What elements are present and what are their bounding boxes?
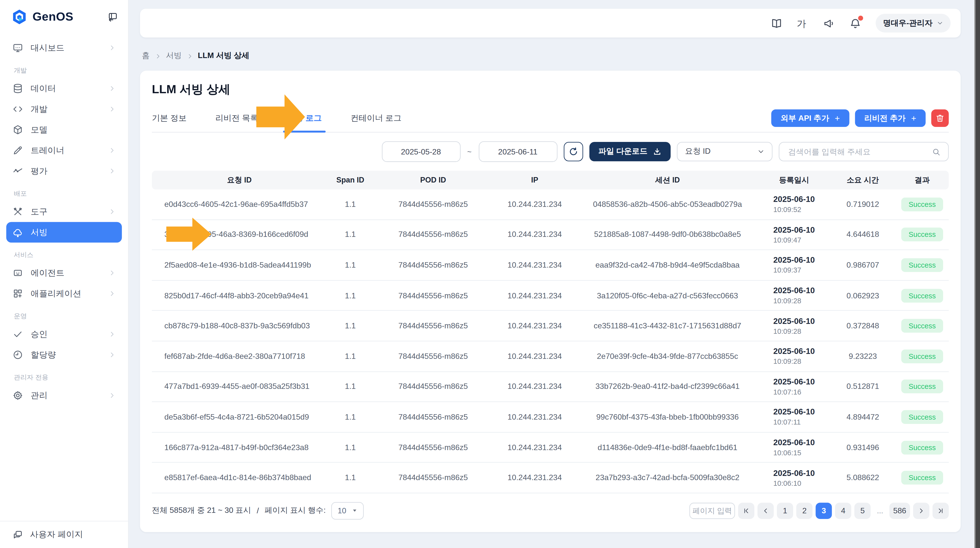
sidebar-item[interactable]: 데이터 — [6, 78, 122, 99]
chevron-right-icon — [187, 53, 193, 59]
search-input[interactable] — [787, 147, 927, 157]
last-page-button[interactable] — [932, 503, 949, 519]
ip-cell: 10.244.231.234 — [492, 413, 577, 422]
tab-inactive[interactable]: 컨테이너 로그 — [351, 105, 401, 132]
page-button-4[interactable]: 4 — [835, 503, 851, 519]
breadcrumb-current: LLM 서빙 상세 — [198, 51, 250, 61]
user-menu[interactable]: 명대우-관리자 — [875, 14, 950, 32]
sidebar-item[interactable]: 개발 — [6, 99, 122, 119]
result-cell: Success — [896, 288, 949, 302]
sidebar-item-label: 데이터 — [31, 83, 56, 94]
table-header-row: 요청 IDSpan IDPOD IDIP세션 ID등록일시소요 시간결과 — [152, 171, 949, 190]
breadcrumb-home[interactable]: 홈 — [142, 51, 150, 61]
request-id-cell: e0d43cc6-4605-42c1-96ae-695a4ffd5b37 — [152, 200, 327, 209]
table-row[interactable]: 2f5aed08-4e1e-4936-b1d8-5adea441199b1.17… — [152, 250, 949, 280]
megaphone-icon[interactable] — [823, 17, 835, 29]
monitor-icon — [13, 43, 23, 53]
column-header: Span ID — [327, 175, 374, 185]
table-row[interactable]: e0d43cc6-4605-42c1-96ae-695a4ffd5b371.17… — [152, 190, 949, 220]
column-header: POD ID — [374, 175, 492, 185]
page-button-5[interactable]: 5 — [854, 503, 870, 519]
sidebar-item[interactable]: 평가 — [6, 161, 122, 181]
registered-at-cell: 2025-06-1010:06:10 — [758, 468, 830, 487]
ip-cell: 10.244.231.234 — [492, 322, 577, 330]
sidebar-nav: 대시보드개발데이터개발모델트레이너평가배포도구서빙서비스에이전트애플리케이션운영… — [0, 31, 128, 521]
table-row[interactable]: cb878c79-b188-40c8-837b-9a3c569fdb031.17… — [152, 311, 949, 341]
refresh-button[interactable] — [563, 142, 583, 161]
result-cell: Success — [896, 410, 949, 424]
page-button-1[interactable]: 1 — [777, 503, 793, 519]
usage-log-table: 요청 IDSpan IDPOD IDIP세션 ID등록일시소요 시간결과 e0d… — [152, 171, 949, 494]
tab-inactive[interactable]: 리비전 목록 — [215, 105, 258, 132]
sidebar-item[interactable]: 트레이너 — [6, 140, 122, 161]
table-row[interactable]: 477a7bd1-6939-4455-ae0f-0835a25f3b311.17… — [152, 372, 949, 402]
previous-page-icon — [762, 507, 770, 515]
next-page-button[interactable] — [913, 503, 929, 519]
status-badge: Success — [901, 288, 943, 302]
table-row[interactable]: e85817ef-6aea-4d1c-814e-86b374b8baed1.17… — [152, 463, 949, 494]
browser-scrollbar[interactable] — [974, 0, 980, 548]
table-row[interactable]: 166c877a-912a-4817-b49f-b0cf364e23a81.17… — [152, 432, 949, 463]
duration-cell: 9.23223 — [830, 352, 896, 361]
sidebar-user-page-link[interactable]: 사용자 페이지 — [0, 521, 128, 548]
page-button-2[interactable]: 2 — [796, 503, 813, 519]
registered-at-cell: 2025-06-1010:09:28 — [758, 286, 830, 305]
ip-cell: 10.244.231.234 — [492, 443, 577, 452]
chat-page-icon — [13, 529, 23, 540]
table-row[interactable]: 395-46a3-8369-b166ced6f09d1.17844d45556-… — [152, 220, 949, 250]
breadcrumb-serving[interactable]: 서빙 — [166, 51, 182, 61]
table-summary: 전체 5858개 중 21 ~ 30 표시 / 페이지 표시 행수: 10 — [152, 502, 364, 519]
sidebar-item[interactable]: 관리 — [6, 385, 122, 406]
add-revision-button[interactable]: 리비전 추가 + — [855, 110, 926, 127]
pod-id-cell: 7844d45556-m86z5 — [374, 291, 492, 300]
file-download-button[interactable]: 파일 다운로드 — [589, 142, 671, 161]
duration-cell: 0.986707 — [830, 261, 896, 269]
scrollbar-thumb[interactable] — [975, 0, 980, 548]
sidebar-item[interactable]: 도구 — [6, 201, 122, 222]
add-external-api-button[interactable]: 외부 API 추가 + — [771, 110, 850, 127]
content-card: LLM 서빙 상세 기본 정보리비전 목록이용 로그컨테이너 로그 외부 API… — [140, 70, 961, 532]
page-button-3[interactable]: 3 — [816, 503, 832, 519]
sidebar-item[interactable]: 모델 — [6, 119, 122, 140]
table-row[interactable]: 825b0d17-46cf-44f8-abb3-20ceb9a94e411.17… — [152, 280, 949, 311]
table-row[interactable]: de5a3b6f-ef55-4c4a-8721-6b5204a015d91.17… — [152, 402, 949, 433]
sidebar-collapse-icon[interactable] — [107, 11, 118, 22]
sidebar-item[interactable]: 애플리케이션 — [6, 284, 122, 304]
language-icon[interactable]: 가 — [797, 17, 809, 29]
table-row[interactable]: fef687ab-2fde-4d6a-8ee2-380a7710f7181.17… — [152, 341, 949, 372]
last-page-number-button[interactable]: 586 — [889, 503, 910, 519]
status-badge: Success — [901, 198, 943, 211]
registered-at-cell: 2025-06-1010:09:47 — [758, 225, 830, 244]
registered-at-cell: 2025-06-1010:07:11 — [758, 407, 830, 427]
span-id-cell: 1.1 — [327, 322, 374, 330]
sidebar-item[interactable]: 대시보드 — [6, 38, 122, 58]
column-header: 세션 ID — [577, 175, 758, 185]
result-cell: Success — [896, 198, 949, 211]
sidebar-item[interactable]: 서빙 — [6, 222, 122, 242]
rows-per-page-select[interactable]: 10 — [331, 502, 364, 519]
search-field-select[interactable]: 요청 ID — [677, 142, 773, 161]
chevron-right-icon — [109, 106, 116, 113]
first-page-button[interactable] — [738, 503, 754, 519]
previous-page-button[interactable] — [757, 503, 774, 519]
session-id-cell: 33b7262b-9ea0-41f2-ba4d-cf2399c66a41 — [577, 382, 758, 391]
tab-inactive[interactable]: 기본 정보 — [152, 105, 187, 132]
sidebar-item[interactable]: 할당량 — [6, 344, 122, 365]
sidebar: GenOS 대시보드개발데이터개발모델트레이너평가배포도구서빙서비스에이전트애플… — [0, 0, 129, 548]
bell-icon[interactable] — [849, 17, 861, 29]
page-number-input[interactable] — [689, 503, 735, 519]
sidebar-item[interactable]: 에이전트 — [6, 263, 122, 284]
delete-button[interactable] — [931, 110, 949, 127]
duration-cell: 0.062923 — [830, 291, 896, 300]
chevron-right-icon — [109, 331, 116, 338]
result-cell: Success — [896, 380, 949, 393]
sidebar-item-label: 모델 — [31, 124, 48, 135]
date-from-input[interactable] — [382, 142, 460, 162]
pod-id-cell: 7844d45556-m86z5 — [374, 322, 492, 330]
result-cell: Success — [896, 228, 949, 242]
ip-cell: 10.244.231.234 — [492, 230, 577, 239]
date-to-input[interactable] — [479, 142, 557, 162]
chevron-right-icon — [109, 167, 116, 174]
book-icon[interactable] — [770, 17, 782, 29]
sidebar-item[interactable]: 승인 — [6, 324, 122, 344]
